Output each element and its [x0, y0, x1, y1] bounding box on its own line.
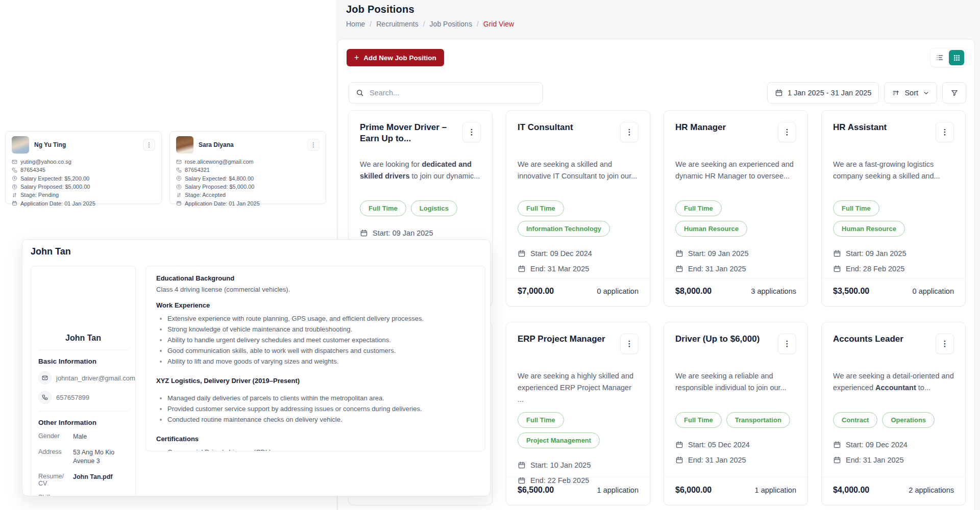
phone-icon: [38, 391, 52, 404]
calendar-icon: [833, 441, 841, 449]
job-salary: $6,000.00: [675, 486, 712, 495]
candidate-phone: 87654345: [12, 166, 155, 174]
profile-skills-row: Skills: [38, 494, 128, 497]
svg-text:$: $: [178, 177, 180, 180]
calendar-icon: [775, 89, 783, 97]
calendar-icon: [833, 249, 841, 258]
dollar-circle-icon: $: [176, 175, 182, 181]
dollar-circle-icon: $: [12, 175, 17, 181]
phone-icon: [176, 167, 182, 173]
calendar-icon: [675, 249, 683, 258]
job-start-date: Start: 09 Dec 2024: [833, 437, 954, 452]
candidate-profile-modal: John Tan John Tan Basic Information john…: [22, 239, 491, 496]
view-toggle: [930, 48, 966, 67]
job-tag: Full Time: [675, 200, 722, 216]
stage-arrows-icon: [12, 192, 17, 198]
candidate-avatar: [176, 136, 193, 154]
calendar-icon: [12, 200, 17, 206]
job-tag: Operations: [882, 412, 935, 428]
profile-email: johntan_driver@gmail.com: [38, 371, 128, 385]
job-tag: Full Time: [833, 200, 879, 216]
job-card-menu-button[interactable]: ⋮: [620, 334, 639, 354]
job-card-menu-button[interactable]: ⋮: [778, 122, 796, 142]
candidate-menu-button[interactable]: ⋮: [307, 139, 320, 151]
dollar-circle-icon: $: [176, 184, 182, 190]
employment-history-heading: XYZ Logistics, Delivery Driver (2019–Pre…: [156, 377, 475, 385]
job-salary: $3,500.00: [833, 287, 869, 296]
job-tag: Full Time: [360, 200, 406, 216]
svg-text:$: $: [178, 185, 180, 188]
job-description: We are seeking a highly skilled and expe…: [518, 370, 639, 407]
job-tag: Information Technology: [518, 221, 610, 237]
grid-view-button[interactable]: [949, 50, 964, 65]
list-item: Good communication skills, able to work …: [167, 345, 475, 356]
employment-history-list: Managed daily deliveries of parcels to c…: [156, 393, 475, 425]
job-card-menu-button[interactable]: ⋮: [462, 122, 481, 142]
job-tag: Full Time: [675, 412, 722, 428]
mail-icon: [38, 371, 52, 385]
calendar-icon: [675, 456, 683, 464]
search-input[interactable]: [349, 82, 543, 104]
list-item: Conducted routine maintenance checks on …: [167, 414, 475, 425]
list-view-button[interactable]: [932, 50, 947, 65]
job-start-date: Start: 09 Jan 2025: [675, 246, 796, 261]
candidate-application-date: Application Date: 01 Jan 2025: [176, 199, 320, 207]
job-applications-count: 2 applications: [909, 486, 954, 494]
job-end-date: End: 28 Feb 2025: [833, 261, 954, 276]
job-description: We are looking for dedicated and skilled…: [360, 159, 481, 195]
list-view-icon: [936, 54, 944, 62]
profile-summary-card: John Tan Basic Information johntan_drive…: [31, 266, 136, 496]
breadcrumb-home[interactable]: Home: [346, 20, 365, 28]
sort-button[interactable]: Sort: [884, 82, 937, 104]
job-start-date: Start: 10 Jan 2025: [518, 457, 639, 473]
candidate-name: Sara Diyana: [199, 141, 307, 148]
job-description: We are seeking an experienced and dynami…: [675, 159, 796, 195]
job-start-date: Start: 09 Dec 2024: [518, 246, 639, 261]
job-card-menu-button[interactable]: ⋮: [936, 122, 954, 142]
plus-icon: +: [354, 53, 359, 62]
breadcrumb-recruitments[interactable]: Recruitments: [365, 20, 418, 28]
filter-button[interactable]: [942, 82, 966, 104]
candidate-avatar: [12, 136, 29, 154]
candidate-email: yuting@yahoo.co.sg: [12, 158, 155, 166]
job-description: We are seeking a detail-oriented and exp…: [833, 370, 954, 407]
job-salary: $8,000.00: [675, 287, 712, 296]
stage-arrows-icon: [176, 192, 182, 198]
certifications-list: Commercial Driver's License (CDL) First …: [156, 447, 475, 451]
job-card-menu-button[interactable]: ⋮: [936, 334, 954, 354]
resume-file-link[interactable]: John Tan.pdf: [73, 473, 128, 487]
job-start-date: Start: 09 Jan 2025: [833, 246, 954, 261]
profile-modal-title: John Tan: [31, 246, 71, 257]
candidate-application-date: Application Date: 01 Jan 2025: [12, 199, 155, 207]
job-salary: $7,000.00: [518, 287, 554, 296]
date-range-picker[interactable]: 1 Jan 2025 - 31 Jan 2025: [767, 82, 879, 104]
job-card-menu-button[interactable]: ⋮: [778, 334, 796, 354]
job-card: Accounts Leader ⋮ We are seeking a detai…: [821, 322, 966, 505]
job-end-date: End: 31 Jan 2025: [675, 452, 796, 468]
candidate-salary-proposed: $ Salary Proposed: $5,000.00: [12, 183, 155, 191]
add-new-job-position-button[interactable]: + Add New Job Position: [347, 49, 444, 66]
candidate-card: Ng Yu Ting ⋮ yuting@yahoo.co.sg 87654345…: [5, 131, 162, 204]
svg-text:$: $: [14, 177, 15, 180]
job-card: Driver (Up to $6,000) ⋮ We are seeking a…: [664, 322, 808, 505]
job-start-date: Start: 09 Jan 2025: [360, 225, 481, 241]
job-card: HR Manager ⋮ We are seeking an experienc…: [664, 110, 808, 307]
job-applications-count: 3 applications: [751, 287, 796, 295]
certifications-heading: Certifications: [156, 435, 475, 443]
job-title: Driver (Up to $6,000): [675, 334, 775, 345]
calendar-icon: [675, 441, 683, 449]
profile-phone: 657657899: [38, 391, 128, 404]
breadcrumb-job-positions[interactable]: Job Positions: [419, 20, 472, 28]
calendar-icon: [833, 456, 841, 464]
candidate-menu-button[interactable]: ⋮: [143, 139, 155, 151]
job-card: IT Consultant ⋮ We are seeking a skilled…: [506, 110, 650, 307]
calendar-icon: [360, 229, 368, 237]
job-tag: Logistics: [411, 200, 457, 216]
dollar-circle-icon: $: [12, 184, 17, 190]
job-description: We are seeking a reliable and responsibl…: [675, 370, 796, 407]
mail-icon: [12, 159, 17, 165]
job-card-menu-button[interactable]: ⋮: [620, 122, 639, 142]
profile-gender-row: Gender Male: [38, 432, 128, 442]
phone-icon: [12, 167, 17, 173]
job-title: Accounts Leader: [833, 334, 933, 345]
